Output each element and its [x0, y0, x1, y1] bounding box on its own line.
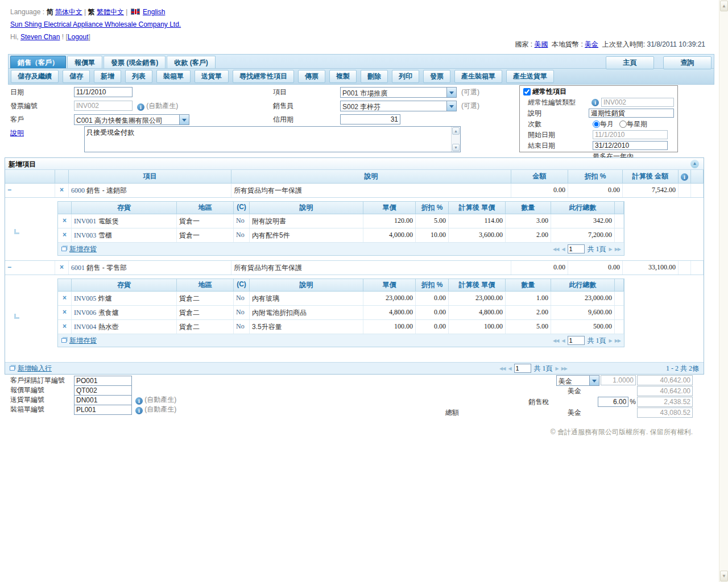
save-and-continue-button[interactable]: 儲存及繼續 — [11, 70, 59, 83]
lang-traditional-link[interactable]: 繁體中文 — [97, 8, 124, 16]
delivery-note-button[interactable]: 送貨單 — [195, 70, 229, 83]
stock-row: × INV001 電飯煲 貨倉一 No 附有說明書 120.00 5.00 11… — [58, 214, 624, 228]
separator: | — [84, 8, 86, 16]
copy-button[interactable]: 複製 — [329, 70, 357, 83]
add-entry-row-link[interactable]: 新增輸入行 — [10, 364, 52, 373]
monthly-radio[interactable] — [593, 120, 600, 128]
chevron-down-icon[interactable] — [589, 376, 599, 385]
end-date-input[interactable] — [593, 141, 668, 150]
list-button[interactable]: 列表 — [125, 70, 152, 83]
col-calc-price: 計算後 單價 — [449, 279, 506, 291]
add-stock-link[interactable]: 新增存貨 — [61, 244, 97, 254]
lang-english-link[interactable]: English — [143, 8, 165, 16]
salesman-select[interactable]: S002 李梓芬 — [340, 101, 457, 111]
lang-simplified-link[interactable]: 简体中文 — [55, 8, 82, 16]
delivery-number-input[interactable] — [74, 395, 132, 405]
save-button[interactable]: 儲存 — [63, 70, 90, 83]
chevron-down-icon[interactable] — [179, 115, 189, 124]
user-name-link[interactable]: Steven Chan — [20, 33, 60, 41]
scroll-up-icon[interactable]: ▲ — [452, 127, 460, 135]
last-page-icon[interactable]: ▶▶ — [615, 247, 621, 252]
generate-delivery-button[interactable]: 產生送貨單 — [506, 70, 554, 83]
invoice-button[interactable]: 發票 — [423, 70, 450, 83]
po-number-input[interactable] — [74, 376, 132, 386]
voucher-button[interactable]: 傳票 — [298, 70, 325, 83]
tab-sales-customer[interactable]: 銷售（客戶） — [10, 56, 66, 68]
find-recurring-button[interactable]: 尋找經常性項目 — [233, 70, 294, 83]
info-icon[interactable]: i — [135, 397, 143, 405]
scroll-up-icon[interactable]: ▲ — [720, 1, 728, 11]
packing-number-input[interactable] — [74, 405, 132, 415]
logout-link[interactable]: Logout — [68, 33, 89, 41]
delete-row-icon[interactable]: × — [58, 292, 72, 305]
next-page-icon[interactable]: ▶ — [609, 247, 612, 252]
page-scrollbar[interactable]: ▲ ▼ — [719, 0, 728, 582]
group-discount: 0.00 — [568, 184, 623, 197]
delete-row-icon[interactable]: × — [58, 320, 72, 334]
date-input[interactable] — [74, 87, 133, 97]
uk-flag-icon — [131, 9, 140, 15]
last-page-icon[interactable]: ▶▶ — [561, 366, 567, 371]
query-button[interactable]: 查詢 — [663, 56, 712, 69]
last-page-icon[interactable]: ▶▶ — [615, 338, 621, 343]
recurring-desc-input[interactable] — [589, 109, 674, 118]
weekly-radio[interactable] — [619, 120, 627, 128]
collapse-group-icon[interactable]: − — [5, 261, 55, 275]
description-field: 只接受現金付款 ▲ ▼ — [84, 126, 461, 152]
info-icon[interactable]: i — [135, 407, 143, 414]
quotation-number-input[interactable] — [74, 385, 132, 396]
recurring-checkbox[interactable] — [523, 88, 531, 95]
info-icon[interactable]: i — [681, 173, 688, 181]
collapse-group-icon[interactable]: − — [5, 184, 55, 197]
first-page-icon[interactable]: ◀◀ — [499, 366, 505, 371]
prev-page-icon[interactable]: ◀ — [508, 366, 511, 371]
project-select[interactable]: P001 市場推廣 — [340, 87, 457, 98]
delete-group-icon[interactable]: × — [55, 261, 69, 275]
account-code: 6000 — [71, 186, 85, 194]
tab-receipt-customer[interactable]: 收款 (客戶) — [167, 56, 215, 68]
company-link[interactable]: Sun Shing Electrical Appliance Wholesale… — [10, 20, 181, 28]
collapse-section-icon[interactable]: ▲ — [690, 160, 699, 168]
next-page-icon[interactable]: ▶ — [609, 338, 612, 343]
delete-row-icon[interactable]: × — [58, 306, 72, 319]
description-textarea[interactable]: 只接受現金付款 — [85, 127, 451, 152]
optional-note: (可選) — [461, 88, 479, 97]
scroll-down-icon[interactable]: ▼ — [720, 571, 728, 581]
info-icon[interactable]: i — [592, 99, 599, 106]
first-page-icon[interactable]: ◀◀ — [553, 247, 559, 252]
scroll-down-icon[interactable]: ▼ — [452, 144, 460, 151]
description-link[interactable]: 說明 — [10, 129, 24, 137]
currency-select[interactable]: 美金 — [556, 375, 599, 386]
info-icon[interactable]: i — [137, 103, 144, 111]
delete-button[interactable]: 刪除 — [361, 70, 388, 83]
packing-list-button[interactable]: 裝箱單 — [156, 70, 191, 83]
local-currency-link[interactable]: 美金 — [585, 40, 598, 48]
prev-page-icon[interactable]: ◀ — [561, 247, 564, 252]
add-stock-link[interactable]: 新增存貨 — [61, 336, 97, 346]
delete-row-icon[interactable]: × — [58, 214, 72, 228]
credit-period-input[interactable] — [340, 114, 400, 124]
new-button[interactable]: 新增 — [94, 70, 121, 83]
textarea-scrollbar[interactable]: ▲ ▼ — [451, 127, 460, 152]
prev-page-icon[interactable]: ◀ — [561, 338, 564, 343]
page-input[interactable] — [568, 244, 585, 253]
tab-quotation[interactable]: 報價單 — [67, 56, 102, 68]
page-input[interactable] — [514, 364, 531, 373]
auto-generated-note: (自動產生) — [144, 396, 176, 404]
account-name: 銷售 - 速銷部 — [86, 186, 127, 194]
tab-invoice-cash[interactable]: 發票 (現金銷售) — [104, 56, 166, 68]
customer-select[interactable]: C001 高力快餐集團有限公司 — [74, 114, 189, 125]
chevron-down-icon[interactable] — [446, 101, 456, 111]
page-input[interactable] — [568, 336, 585, 345]
group-amount: 0.00 — [511, 261, 568, 275]
first-page-icon[interactable]: ◀◀ — [553, 338, 559, 343]
country-link[interactable]: 美國 — [534, 40, 548, 48]
tax-rate-input[interactable] — [598, 397, 628, 407]
next-page-icon[interactable]: ▶ — [556, 366, 559, 371]
delete-row-icon[interactable]: × — [58, 228, 72, 242]
generate-packing-button[interactable]: 產生裝箱單 — [454, 70, 502, 83]
chevron-down-icon[interactable] — [446, 88, 456, 97]
print-button[interactable]: 列印 — [392, 70, 419, 83]
home-button[interactable]: 主頁 — [606, 56, 654, 69]
delete-group-icon[interactable]: × — [55, 184, 69, 197]
